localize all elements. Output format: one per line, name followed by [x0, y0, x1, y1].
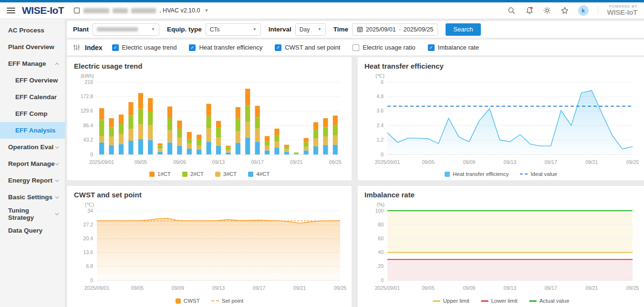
legend-item-ideal-value[interactable]: Ideal value — [520, 171, 557, 177]
chart-title: Electric usage trend — [67, 57, 352, 70]
workspace-name-redacted — [113, 8, 128, 13]
notifications-bell-icon[interactable] — [525, 6, 534, 15]
sidebar-item-label: Tuning Strategy — [8, 207, 55, 221]
legend-label: Upper limit — [443, 298, 469, 304]
legend-label: Actual value — [540, 298, 570, 304]
legend-line-swatch — [529, 300, 537, 302]
chevron-down-icon: ▼ — [318, 27, 322, 31]
sidebar-item-report-manage[interactable]: Report Manage — [0, 155, 65, 172]
brightness-theme-icon[interactable] — [543, 6, 551, 15]
legend-label: Set point — [222, 298, 243, 304]
chevron-down-icon: ▼ — [253, 27, 257, 31]
sidebar-item-energy-report[interactable]: Energy Report — [0, 172, 65, 189]
svg-text:09/21: 09/21 — [290, 159, 302, 165]
sidebar-item-label: EFF Analysis — [15, 127, 55, 134]
svg-text:20: 20 — [378, 263, 384, 269]
index-checkbox-electric-usage-ratio[interactable]: Electric usage ratio — [353, 44, 415, 51]
sidebar-item-eff-calendar[interactable]: EFF Calendar — [0, 89, 65, 105]
hamburger-menu-icon[interactable] — [7, 8, 15, 13]
chevron-down-icon: ▼ — [151, 27, 155, 31]
search-icon[interactable] — [508, 6, 516, 15]
workspace-name-redacted — [83, 8, 109, 13]
svg-text:09/05: 09/05 — [422, 285, 435, 291]
legend-item-upper-limit[interactable]: Upper limit — [433, 298, 469, 304]
top-bar: WISE-IoT , HVAC v2.10.0 ▼ k POWERED BY W… — [0, 2, 644, 19]
legend-item-1-ct[interactable]: 1#CT — [149, 171, 171, 177]
legend-item-cwst[interactable]: CWST — [176, 298, 200, 304]
legend-label: 2#CT — [190, 171, 204, 177]
legend-label: Heat transfer efficiency — [453, 171, 509, 177]
svg-text:6.8: 6.8 — [86, 263, 93, 269]
main-content: Plant ▼ Equip. type CTs ▼ Interval Day ▼… — [65, 19, 644, 307]
cwst-set-point-chart: 06.813.620.427.234(℃)2025/09/0109/0509/0… — [67, 198, 352, 294]
legend-square-swatch — [182, 172, 187, 177]
sidebar-item-basic-settings[interactable]: Basic Settings — [0, 189, 65, 205]
favorite-star-icon[interactable] — [561, 6, 569, 15]
svg-text:2025/09/01: 2025/09/01 — [375, 285, 400, 291]
sidebar-item-eff-comp[interactable]: EFF Comp — [0, 105, 65, 122]
legend-item-set-point[interactable]: Set point — [211, 298, 243, 304]
sidebar-item-eff-overview[interactable]: EFF Overview — [0, 72, 65, 89]
interval-select[interactable]: Day ▼ — [295, 23, 326, 36]
sidebar-item-plant-overview[interactable]: Plant Overview — [0, 39, 65, 55]
index-bar: Index ✓Electric usage trend✓Heat transfe… — [67, 40, 644, 55]
chart-card-electric-usage-trend: Electric usage trend 043.286.4129.6172.8… — [67, 57, 352, 180]
legend-label: CWST — [184, 298, 200, 304]
legend-square-swatch — [176, 298, 181, 304]
sidebar-item-tuning-strategy[interactable]: Tuning Strategy — [0, 205, 65, 222]
chart-card-cwst-set-point: CWST and set point 06.813.620.427.234(℃)… — [67, 186, 352, 307]
sidebar-item-label: Basic Settings — [8, 194, 52, 201]
legend-item-heat-transfer-efficiency[interactable]: Heat transfer efficiency — [445, 171, 509, 177]
svg-text:2025/09/01: 2025/09/01 — [89, 159, 114, 165]
workspace-selector[interactable]: , HVAC v2.10.0 ▼ — [73, 7, 208, 14]
legend-item-actual-value[interactable]: Actual value — [529, 298, 570, 304]
svg-text:09/21: 09/21 — [585, 159, 598, 165]
plant-select[interactable]: ▼ — [93, 23, 159, 36]
sidebar-item-data-query[interactable]: Data Query — [0, 222, 65, 239]
legend-item-lower-limit[interactable]: Lower limit — [481, 298, 518, 304]
sidebar-item-eff-manage[interactable]: EFF Manage — [0, 55, 65, 72]
time-to-value: 2025/09/25 — [404, 26, 434, 33]
svg-text:2025/09/01: 2025/09/01 — [375, 159, 400, 165]
checkbox-unchecked-icon[interactable] — [353, 44, 359, 51]
sidebar-item-ac-process[interactable]: AC Process — [0, 22, 65, 39]
svg-text:09/25: 09/25 — [334, 285, 346, 291]
checkbox-checked-icon[interactable]: ✓ — [275, 44, 281, 51]
checkbox-checked-icon[interactable]: ✓ — [189, 44, 196, 51]
svg-text:216: 216 — [84, 79, 93, 85]
sidebar-item-label: AC Process — [8, 27, 44, 34]
svg-text:09/09: 09/09 — [173, 159, 186, 165]
filter-bar: Plant ▼ Equip. type CTs ▼ Interval Day ▼… — [67, 21, 644, 38]
time-range-input[interactable]: 2025/09/01 - 2025/09/25 — [352, 23, 438, 36]
sidebar-item-operation-eval[interactable]: Operation Eval — [0, 139, 65, 155]
checkbox-checked-icon[interactable]: ✓ — [112, 44, 119, 51]
index-checkbox-electric-usage-trend[interactable]: ✓Electric usage trend — [112, 44, 177, 51]
equip-type-select[interactable]: CTs ▼ — [206, 23, 261, 36]
index-checkbox-cwst-and-set-point[interactable]: ✓CWST and set point — [275, 44, 340, 51]
time-range-separator: - — [399, 26, 401, 33]
legend-item-3-ct[interactable]: 3#CT — [215, 171, 237, 177]
index-option-label: Imbalance rate — [438, 44, 479, 51]
imbalance-rate-chart: 020406080100(%)2025/09/0109/0509/0909/13… — [358, 198, 644, 294]
legend-item-2-ct[interactable]: 2#CT — [182, 171, 204, 177]
chevron-down-icon — [55, 213, 59, 215]
index-checkbox-imbalance-rate[interactable]: ✓Imbalance rate — [428, 44, 479, 51]
svg-text:09/13: 09/13 — [212, 159, 225, 165]
svg-text:60: 60 — [378, 235, 384, 241]
legend-dash-swatch — [211, 300, 219, 301]
powered-by-logo: POWERED BY WISE-IoT — [607, 5, 637, 16]
chart-card-heat-transfer-efficiency: Heat transfer efficiency 01.22.43.64.86(… — [358, 57, 644, 180]
svg-text:20.4: 20.4 — [83, 235, 93, 241]
index-checkbox-heat-transfer-efficiency[interactable]: ✓Heat transfer efficiency — [189, 44, 262, 51]
search-button[interactable]: Search — [446, 23, 480, 36]
sidebar-item-label: Operation Eval — [8, 143, 53, 151]
sidebar-item-eff-analysis[interactable]: EFF Analysis — [0, 122, 65, 139]
chevron-down-icon — [55, 146, 59, 149]
legend-item-4-ct[interactable]: 4#CT — [248, 171, 270, 177]
chevron-up-icon — [55, 62, 59, 65]
svg-text:09/05: 09/05 — [135, 159, 147, 165]
checkbox-checked-icon[interactable]: ✓ — [428, 44, 435, 51]
user-avatar[interactable]: k — [578, 5, 589, 16]
site-icon — [73, 7, 80, 14]
svg-text:43.2: 43.2 — [83, 137, 93, 143]
